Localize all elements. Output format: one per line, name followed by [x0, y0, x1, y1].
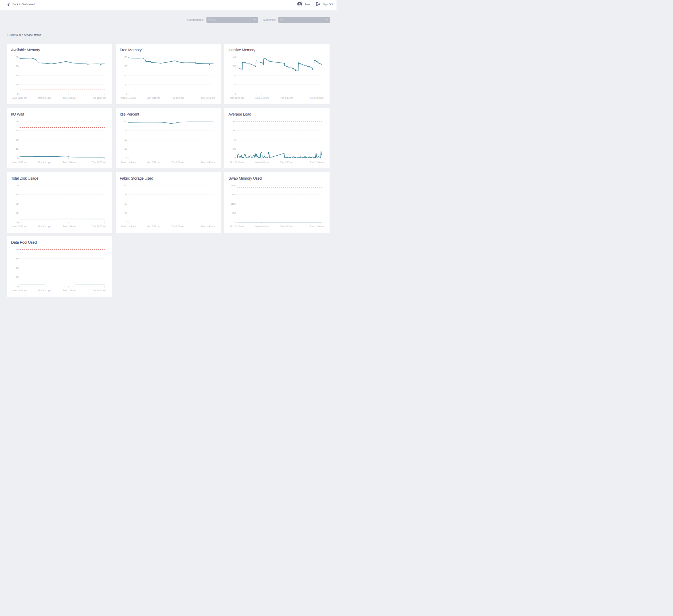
svg-text:Tue 11:50 am: Tue 11:50 am	[92, 225, 106, 228]
svg-text:75: 75	[125, 193, 128, 196]
svg-text:75: 75	[16, 193, 19, 196]
svg-text:0: 0	[126, 221, 127, 224]
svg-text:20: 20	[233, 74, 236, 77]
svg-text:45: 45	[16, 129, 19, 132]
svg-text:Mon 6:41 pm: Mon 6:41 pm	[38, 289, 51, 292]
svg-text:20: 20	[125, 83, 128, 86]
svg-text:100: 100	[123, 119, 128, 122]
svg-text:Mon 6:41 pm: Mon 6:41 pm	[255, 225, 269, 228]
svg-text:Tue 11:50 am: Tue 11:50 am	[92, 289, 106, 292]
svg-text:40: 40	[233, 55, 236, 58]
svg-text:Mon 6:41 pm: Mon 6:41 pm	[38, 161, 51, 163]
svg-text:60: 60	[16, 257, 19, 260]
svg-text:Tue 11:50 am: Tue 11:50 am	[201, 161, 215, 163]
svg-text:Mon 11:45 am: Mon 11:45 am	[13, 225, 27, 228]
svg-text:0: 0	[126, 157, 127, 159]
svg-text:Tue 11:50 am: Tue 11:50 am	[309, 97, 323, 99]
svg-text:Tue 1:38 am: Tue 1:38 am	[280, 225, 293, 228]
svg-text:15: 15	[16, 147, 19, 150]
svg-text:Mon 11:45 am: Mon 11:45 am	[230, 161, 244, 163]
svg-text:25: 25	[125, 211, 128, 214]
svg-text:0: 0	[17, 221, 18, 224]
svg-text:I/O Wait: I/O Wait	[11, 112, 24, 116]
svg-text:Mon 6:41 pm: Mon 6:41 pm	[255, 161, 269, 163]
svg-text:Fabric Storage Used: Fabric Storage Used	[120, 176, 153, 181]
svg-text:50: 50	[125, 202, 128, 205]
svg-text:Mon 11:45 am: Mon 11:45 am	[121, 225, 136, 228]
svg-text:25: 25	[16, 211, 19, 214]
svg-text:Tue 1:38 am: Tue 1:38 am	[63, 289, 75, 292]
svg-text:0: 0	[234, 92, 236, 95]
svg-text:Tue 1:38 am: Tue 1:38 am	[172, 225, 184, 228]
svg-text:Mon 6:41 pm: Mon 6:41 pm	[147, 161, 160, 163]
svg-text:Free Memory: Free Memory	[120, 48, 142, 52]
svg-text:20: 20	[16, 83, 19, 86]
svg-text:80: 80	[233, 119, 236, 122]
svg-text:0: 0	[17, 285, 18, 288]
svg-text:Tue 1:38 am: Tue 1:38 am	[280, 161, 293, 163]
svg-text:Mon 11:45 am: Mon 11:45 am	[13, 289, 27, 292]
svg-text:80: 80	[125, 55, 128, 58]
svg-text:Tue 1:38 am: Tue 1:38 am	[172, 97, 184, 99]
svg-text:30: 30	[233, 65, 236, 67]
svg-text:50: 50	[16, 202, 19, 205]
svg-text:Mon 6:41 pm: Mon 6:41 pm	[255, 97, 269, 99]
svg-text:Tue 1:38 am: Tue 1:38 am	[63, 225, 75, 228]
svg-text:Mon 6:41 pm: Mon 6:41 pm	[147, 97, 160, 99]
svg-text:80: 80	[16, 55, 19, 58]
svg-text:Mon 11:45 am: Mon 11:45 am	[230, 97, 244, 99]
svg-text:550: 550	[232, 211, 236, 214]
svg-text:40: 40	[16, 266, 19, 269]
svg-text:60: 60	[233, 129, 236, 132]
svg-text:Mon 11:45 am: Mon 11:45 am	[13, 161, 27, 163]
svg-text:20: 20	[233, 147, 236, 150]
svg-text:25: 25	[125, 147, 128, 150]
svg-text:40: 40	[125, 74, 128, 77]
svg-text:Available Memory: Available Memory	[11, 48, 40, 52]
svg-text:0: 0	[234, 157, 236, 159]
svg-text:1650: 1650	[230, 193, 236, 196]
svg-text:1100: 1100	[230, 202, 236, 205]
svg-text:Tue 1:38 am: Tue 1:38 am	[63, 97, 75, 99]
svg-text:0: 0	[17, 92, 18, 95]
svg-text:Tue 11:50 am: Tue 11:50 am	[92, 97, 106, 99]
svg-text:0: 0	[234, 221, 236, 224]
svg-text:Tue 1:38 am: Tue 1:38 am	[172, 161, 184, 163]
svg-text:Tue 11:50 am: Tue 11:50 am	[309, 225, 323, 228]
svg-text:Inactive Memory: Inactive Memory	[228, 48, 255, 52]
svg-text:0: 0	[17, 157, 18, 159]
svg-text:40: 40	[233, 138, 236, 141]
svg-text:Mon 6:41 pm: Mon 6:41 pm	[147, 225, 160, 228]
svg-text:Idle Percent: Idle Percent	[120, 112, 139, 116]
svg-text:60: 60	[125, 65, 128, 67]
svg-text:Tue 11:50 am: Tue 11:50 am	[92, 161, 106, 163]
svg-text:60: 60	[16, 119, 19, 122]
svg-text:Mon 11:45 am: Mon 11:45 am	[121, 97, 136, 99]
svg-text:20: 20	[16, 276, 19, 279]
svg-text:Tue 11:50 am: Tue 11:50 am	[201, 97, 215, 99]
svg-text:80: 80	[16, 248, 19, 251]
svg-text:Data Pool Used: Data Pool Used	[11, 240, 37, 245]
svg-text:Mon 11:45 am: Mon 11:45 am	[121, 161, 136, 163]
svg-text:100: 100	[123, 184, 128, 187]
svg-text:Mon 6:41 pm: Mon 6:41 pm	[38, 225, 51, 228]
svg-text:Total Disk Usage: Total Disk Usage	[11, 176, 38, 181]
svg-text:Mon 11:45 am: Mon 11:45 am	[13, 97, 27, 99]
svg-text:100: 100	[14, 184, 19, 187]
svg-text:0: 0	[126, 92, 127, 95]
svg-text:30: 30	[16, 138, 19, 141]
svg-text:Tue 11:50 am: Tue 11:50 am	[309, 161, 323, 163]
svg-text:Tue 1:38 am: Tue 1:38 am	[63, 161, 75, 163]
svg-text:Average Load: Average Load	[228, 112, 251, 116]
svg-text:Tue 1:38 am: Tue 1:38 am	[280, 97, 293, 99]
svg-text:75: 75	[125, 129, 128, 132]
svg-text:Swap Memory Used: Swap Memory Used	[228, 176, 262, 181]
svg-text:10: 10	[233, 83, 236, 86]
svg-text:2200: 2200	[230, 184, 236, 187]
svg-text:60: 60	[16, 65, 19, 67]
svg-text:40: 40	[16, 74, 19, 77]
svg-text:Mon 6:41 pm: Mon 6:41 pm	[38, 97, 51, 99]
svg-text:Tue 11:50 am: Tue 11:50 am	[201, 225, 215, 228]
svg-text:Mon 11:45 am: Mon 11:45 am	[230, 225, 244, 228]
svg-text:50: 50	[125, 138, 128, 141]
